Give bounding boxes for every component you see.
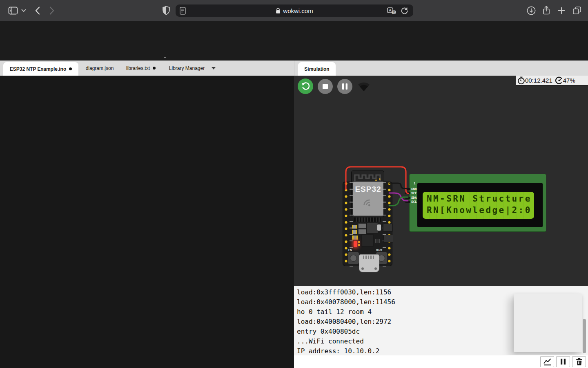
- simulation-status: 00:12.421 47%: [516, 76, 588, 85]
- stop-simulation-button[interactable]: [318, 79, 333, 94]
- tab-simulation[interactable]: Simulation: [298, 62, 336, 76]
- clear-console-button[interactable]: [572, 356, 586, 367]
- antenna-trace: [352, 172, 384, 182]
- en-button[interactable]: [347, 252, 359, 264]
- en-label: EN: [348, 249, 352, 251]
- en-button-knob: [350, 255, 357, 262]
- tab-label: diagram.json: [86, 65, 114, 71]
- serial-toolbar: [294, 355, 588, 368]
- lcd-screen: NM-SRN Structure RN[Knowledge|2:0: [423, 192, 534, 219]
- lock-icon: [276, 8, 281, 14]
- cpu-gauge-icon: [555, 76, 563, 84]
- serial-monitor[interactable]: load:0x3fff0030,len:1156 load:0x40078000…: [294, 286, 588, 355]
- pane-divider: [294, 61, 294, 76]
- tab-esp32-ntp-example[interactable]: ESP32 NTP Example.ino: [3, 62, 78, 76]
- esp32-shield: ESP32: [353, 182, 383, 216]
- gold-pad: [379, 178, 381, 180]
- micro-usb-connector: [359, 254, 379, 272]
- elapsed-time: 00:12.421: [525, 77, 552, 84]
- tab-label: Library Manager: [169, 65, 205, 71]
- code-editor-pane[interactable]: [0, 76, 294, 368]
- pause-icon: [560, 358, 566, 365]
- lcd-pin-scl[interactable]: SCL: [405, 200, 417, 204]
- lcd-pin-vcc[interactable]: VCC: [405, 191, 417, 195]
- restart-icon: [301, 82, 310, 91]
- lcd-line-1: NM-SRN Structure: [427, 194, 532, 204]
- forward-icon[interactable]: [49, 6, 55, 15]
- pin-nub: [405, 201, 410, 203]
- capacitor: [352, 225, 357, 229]
- url-text: wokwi.com: [283, 7, 313, 14]
- pin-nub: [405, 197, 410, 199]
- stopwatch-icon: [517, 76, 525, 85]
- cpu-load: 47%: [563, 77, 575, 84]
- chart-icon: [543, 358, 552, 366]
- module-castellated-pads: [354, 218, 381, 222]
- browser-chrome: wokwi.com A 文: [0, 0, 588, 21]
- pause-simulation-button[interactable]: [337, 79, 352, 94]
- modified-dot: [69, 67, 72, 70]
- serial-scrollbar-thumb[interactable]: [583, 319, 586, 353]
- capacitor: [352, 236, 358, 240]
- privacy-shield-icon[interactable]: [163, 6, 170, 15]
- downloads-icon[interactable]: [527, 6, 536, 15]
- back-icon[interactable]: [35, 6, 40, 15]
- floating-panel: [514, 294, 582, 352]
- tab-label: ESP32 NTP Example.ino: [10, 66, 67, 72]
- share-icon[interactable]: [542, 5, 550, 16]
- wifi-logo-icon: [361, 197, 375, 211]
- scroll-artifact: [164, 57, 166, 58]
- pin-header-right[interactable]: [387, 180, 392, 265]
- component: [383, 224, 393, 231]
- usb-pins: [363, 256, 375, 259]
- pause-scroll-button[interactable]: [556, 356, 570, 367]
- boot-label: Boot: [376, 249, 382, 251]
- address-bar[interactable]: wokwi.com A 文: [176, 4, 413, 17]
- reader-icon[interactable]: [180, 7, 186, 15]
- pin-nub: [405, 192, 410, 194]
- lcd-line-2: RN[Knowledge|2:0: [427, 205, 532, 215]
- new-tab-icon[interactable]: [558, 7, 565, 14]
- tab-libraries-txt[interactable]: libraries.txt: [122, 61, 160, 76]
- svg-text:A: A: [389, 8, 392, 12]
- plotter-chart-button[interactable]: [540, 356, 554, 367]
- simulation-canvas[interactable]: 00:12.421 47% ESP32: [294, 76, 588, 286]
- restart-simulation-button[interactable]: [298, 79, 313, 94]
- tab-label: libraries.txt: [126, 65, 150, 71]
- component: [358, 241, 360, 243]
- power-led: [354, 241, 357, 247]
- component: [358, 229, 366, 234]
- reload-icon[interactable]: [401, 7, 408, 14]
- voltage-regulator: [366, 223, 378, 233]
- stop-icon: [323, 84, 328, 89]
- capacitor: [352, 230, 357, 234]
- component: [358, 223, 366, 229]
- chip-label: ESP32: [353, 185, 383, 194]
- chevron-down-icon: [212, 67, 216, 70]
- tab-label: Simulation: [304, 66, 329, 72]
- lcd-pin-sda[interactable]: SDA: [405, 196, 417, 200]
- tab-overview-icon[interactable]: [572, 6, 581, 15]
- component: [358, 244, 360, 246]
- page-header-strip: [0, 21, 588, 61]
- component: [377, 224, 381, 231]
- modified-dot: [153, 67, 156, 70]
- usb-hole: [361, 267, 364, 270]
- pin-nub: [405, 188, 410, 190]
- svg-text:文: 文: [392, 11, 395, 14]
- sidebar-toggle-icon[interactable]: [8, 6, 18, 15]
- component: [383, 235, 393, 242]
- component: [375, 239, 380, 243]
- wifi-signal-icon: [357, 81, 370, 92]
- usb-uart-chip: [362, 235, 373, 246]
- translate-icon[interactable]: A 文: [387, 7, 396, 14]
- usb-hole: [374, 267, 377, 270]
- lcd-pin-gnd[interactable]: GND: [405, 187, 417, 191]
- tab-library-manager[interactable]: Library Manager: [166, 61, 219, 76]
- gold-pad: [375, 180, 377, 181]
- pause-icon: [342, 83, 347, 90]
- chevron-down-icon[interactable]: [21, 9, 26, 12]
- tab-diagram-json[interactable]: diagram.json: [82, 61, 118, 76]
- trash-icon: [575, 358, 583, 366]
- lcd-pin-index: 1: [414, 182, 416, 185]
